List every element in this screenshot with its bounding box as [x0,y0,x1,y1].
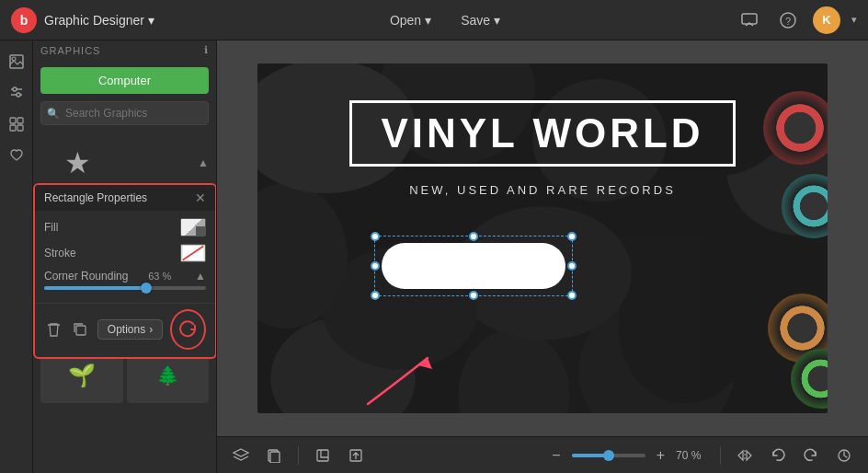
zoom-controls: − + 70 % [546,445,709,466]
rect-props-close-button[interactable]: ✕ [195,190,206,205]
graphics-header: GRAPHICS ℹ [33,40,216,60]
slider-fill [44,286,146,290]
vinyl-world-title: VINYL WORLD [371,110,714,156]
fill-swatch[interactable] [180,218,206,236]
corner-header: Corner Rounding 63 % ▲ [44,270,206,283]
handle-mid-left[interactable] [371,261,380,271]
svg-point-6 [13,87,17,91]
layers-icon-btn[interactable] [228,443,254,468]
redo-icon [804,448,818,463]
handle-bottom-left[interactable] [371,291,380,300]
chat-icon-btn[interactable] [736,6,763,34]
main-layout: GRAPHICS ℹ Computer 🔍 ★ ▲ Rectangle Prop… [0,40,868,473]
canvas-subtitle: NEW, USED AND RARE RECORDS [409,183,676,197]
app-name-label: Graphic Designer [44,13,144,28]
toolbar-divider-2 [720,446,721,465]
zoom-percentage: 70 % [676,449,709,462]
sidebar-btn-grid[interactable] [3,110,30,138]
topbar: b Graphic Designer ▾ Open ▾ Save ▾ ? K [0,0,868,40]
fill-swatch-color [181,219,205,236]
corner-label: Corner Rounding [44,270,128,283]
svg-rect-11 [10,125,16,131]
options-arrow: › [149,323,153,336]
chat-icon [741,13,758,28]
svg-text:?: ? [785,16,791,27]
save-menu[interactable]: Save ▾ [453,9,508,31]
open-menu[interactable]: Open ▾ [383,9,439,31]
sidebar-btn-adjust[interactable] [3,79,30,107]
bottom-toolbar: − + 70 % [217,436,868,473]
zoom-slider[interactable] [572,454,645,457]
crop-icon [315,448,330,463]
options-button[interactable]: Options › [97,319,163,340]
stroke-row: Stroke [44,244,206,262]
redo-icon-btn[interactable] [798,443,824,468]
history-icon-btn[interactable] [831,443,857,468]
slider-thumb[interactable] [141,283,152,294]
handle-mid-right[interactable] [567,261,577,271]
flip-icon [737,448,753,463]
computer-button[interactable]: Computer [40,67,209,94]
handle-top-right[interactable] [567,232,577,241]
app-logo: b [11,7,37,33]
duplicate-icon-btn[interactable] [71,318,90,340]
canvas-frame: VINYL WORLD NEW, USED AND RARE RECORDS [257,63,828,413]
search-input[interactable] [40,101,209,125]
user-avatar[interactable]: K [813,6,840,34]
pages-icon [267,448,281,463]
toolbar-divider-1 [298,446,299,465]
topbar-right: ? K ▾ [736,6,857,34]
fill-label: Fill [44,221,58,234]
help-icon: ? [780,12,796,29]
record-red [763,91,828,165]
export-icon-btn[interactable] [343,443,369,468]
topbar-center: Open ▾ Save ▾ [154,9,736,31]
duplicate-icon [73,322,87,337]
zoom-minus-btn[interactable]: − [546,445,565,466]
handle-bottom-right[interactable] [567,291,577,300]
pages-icon-btn[interactable] [261,443,287,468]
zoom-plus-btn[interactable]: + [651,445,670,466]
delete-icon-btn[interactable] [44,318,63,340]
sidebar-btn-heart[interactable] [3,142,30,169]
undo-icon-btn[interactable] [765,443,791,468]
info-icon[interactable]: ℹ [204,44,209,56]
zoom-slider-thumb[interactable] [603,450,614,461]
svg-point-8 [17,93,20,97]
refresh-icon [179,320,198,339]
logo-letter: b [20,13,29,28]
delete-icon [47,322,61,337]
layers-icon [233,448,249,463]
selected-rect-container[interactable] [382,243,565,289]
corner-rounding-slider[interactable] [44,286,206,290]
stroke-swatch-icon [181,244,205,262]
fill-swatch-overlay [198,228,205,236]
app-name-button[interactable]: Graphic Designer ▾ [44,13,154,28]
svg-rect-19 [317,450,328,461]
svg-rect-9 [10,118,16,123]
open-label: Open [390,13,421,28]
corner-rounding-row: Corner Rounding 63 % ▲ [44,270,206,290]
svg-rect-10 [17,118,23,123]
collapse-arrow[interactable]: ▲ [198,156,209,169]
star-thumbnail[interactable]: ★ [40,140,114,186]
svg-rect-12 [17,125,23,131]
stroke-swatch[interactable] [180,244,206,262]
app-name-chevron: ▾ [148,13,154,28]
avatar-chevron[interactable]: ▾ [851,14,857,26]
graphics-label: GRAPHICS [40,45,100,56]
svg-rect-15 [76,326,86,335]
corner-collapse-arrow[interactable]: ▲ [195,270,206,283]
graphics-section: Computer 🔍 [33,60,216,140]
flip-icon-btn[interactable] [732,443,758,468]
save-chevron: ▾ [494,13,500,28]
corner-value: 63 % [148,271,171,282]
crop-icon-btn[interactable] [310,443,336,468]
handle-bottom-mid[interactable] [469,291,478,300]
handle-top-mid[interactable] [469,232,478,241]
circle-refresh-btn[interactable] [170,309,206,350]
canvas-viewport[interactable]: VINYL WORLD NEW, USED AND RARE RECORDS [217,40,868,436]
help-icon-btn[interactable]: ? [774,6,802,34]
sidebar-btn-image[interactable] [3,48,30,75]
handle-top-left[interactable] [371,232,380,241]
